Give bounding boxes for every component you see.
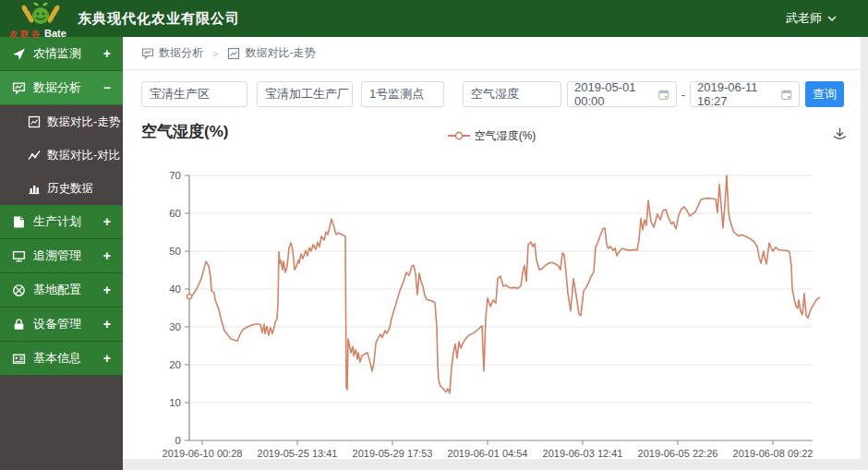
legend-line-marker — [448, 131, 470, 140]
sidebar-subitem-history-data[interactable]: 历史数据 — [0, 172, 123, 205]
sidebar-item-base-config[interactable]: 基地配置+ — [0, 273, 123, 307]
filter-bar: 宝清生产区宝清加工生产厂1号监测点空气湿度 2019-05-01 00:00 -… — [141, 81, 844, 107]
submenu-data-analysis: 数据对比-走势数据对比-对比历史数据 — [0, 105, 123, 205]
date-start-value: 2019-05-01 00:00 — [574, 80, 658, 108]
top-header-bar: 农联谷Bate 东典现代化农业有限公司 武老师 — [0, 0, 868, 37]
y-tick-label: 0 — [175, 435, 181, 446]
sidebar-item-data-analysis[interactable]: 数据分析− — [0, 71, 123, 105]
expand-toggle-icon: + — [103, 283, 111, 297]
expand-toggle-icon: + — [103, 46, 111, 61]
x-tick-label: 2019-06-03 12:41 — [543, 448, 623, 459]
sidebar-item-agri-monitor[interactable]: 农情监测+ — [0, 37, 123, 71]
history-bars-icon — [28, 182, 41, 195]
data-analysis-icon — [12, 81, 26, 95]
chevron-down-icon — [827, 16, 837, 21]
y-tick-label: 70 — [169, 170, 181, 181]
humidity-series-line — [189, 175, 820, 393]
select-value: 1号监测点 — [369, 86, 424, 102]
y-tick-label: 10 — [169, 397, 181, 408]
user-name: 武老师 — [786, 10, 822, 27]
company-title: 东典现代化农业有限公司 — [78, 0, 240, 37]
compare-chart-icon — [28, 149, 41, 162]
sidebar-item-label: 基本信息 — [33, 350, 103, 367]
sidebar-item-trace-manage[interactable]: 追溯管理+ — [0, 239, 123, 273]
chart-title: 空气湿度(%) — [141, 121, 228, 142]
sidebar-item-device-manage[interactable]: 设备管理+ — [0, 307, 123, 342]
expand-toggle-icon: + — [103, 317, 111, 331]
download-icon[interactable] — [832, 127, 848, 142]
sidebar-subitem-compare-trend[interactable]: 数据对比-走势 — [0, 105, 123, 139]
select-value: 宝清加工生产厂 — [265, 86, 349, 102]
calendar-icon — [658, 89, 669, 101]
trend-chart-icon — [227, 47, 240, 60]
info-card-icon — [12, 352, 26, 366]
x-tick-label: 2019-05-25 13:41 — [258, 448, 338, 459]
breadcrumb-label: 数据对比-走势 — [245, 45, 315, 61]
expand-toggle-icon: + — [103, 214, 111, 229]
breadcrumb-item-compare-trend[interactable]: 数据对比-走势 — [227, 45, 315, 61]
select-monitor-point[interactable]: 1号监测点 — [361, 81, 444, 107]
date-range-separator: - — [677, 88, 690, 102]
breadcrumb-item-data-analysis[interactable]: 数据分析 — [141, 45, 203, 61]
sidebar-item-label: 生产计划 — [33, 213, 103, 230]
select-metric[interactable]: 空气湿度 — [463, 81, 561, 107]
trend-chart-icon — [28, 115, 41, 128]
trace-monitor-icon — [12, 249, 26, 263]
sidebar-item-production-plan[interactable]: 生产计划+ — [0, 205, 123, 239]
select-production-area[interactable]: 宝清生产区 — [141, 81, 247, 107]
logo-text-cn: 农联谷 — [9, 30, 42, 39]
sidebar-item-label: 数据分析 — [33, 79, 103, 96]
sidebar-item-label: 基地配置 — [33, 282, 103, 298]
sidebar-subitem-label: 数据对比-走势 — [47, 114, 120, 130]
select-value: 宝清生产区 — [150, 86, 210, 102]
expand-toggle-icon: + — [103, 248, 111, 263]
x-tick-label: 2019-05-29 17:53 — [353, 448, 433, 459]
humidity-line-chart: 0102030405060702019-06-10 00:282019-05-2… — [123, 148, 861, 459]
y-tick-label: 20 — [169, 359, 181, 370]
breadcrumb-label: 数据分析 — [159, 45, 203, 61]
select-value: 空气湿度 — [471, 86, 519, 102]
production-plan-icon — [12, 215, 26, 229]
base-config-icon — [12, 283, 26, 297]
sidebar-item-basic-info[interactable]: 基本信息+ — [0, 342, 123, 376]
logo-wheat-face-icon — [20, 2, 61, 26]
logo-text-en: Bate — [44, 28, 66, 39]
data-analysis-icon — [141, 47, 154, 60]
sidebar-nav: 农情监测+数据分析−数据对比-走势数据对比-对比历史数据生产计划+追溯管理+基地… — [0, 37, 123, 470]
x-tick-label: 2019-06-01 04:54 — [448, 448, 528, 459]
x-tick-label: 2019-06-08 09:22 — [733, 448, 814, 459]
device-icon — [12, 318, 26, 331]
y-tick-label: 30 — [169, 321, 181, 332]
y-tick-label: 50 — [169, 246, 181, 257]
query-button[interactable]: 查询 — [805, 81, 844, 107]
sidebar-item-label: 农情监测 — [33, 45, 103, 62]
sidebar-item-label: 追溯管理 — [33, 247, 103, 264]
expand-toggle-icon: − — [103, 80, 111, 95]
user-menu[interactable]: 武老师 — [786, 0, 837, 37]
date-end-value: 2019-06-11 16:27 — [697, 80, 781, 108]
date-end-input[interactable]: 2019-06-11 16:27 — [690, 81, 800, 107]
navigation-icon — [12, 47, 26, 61]
sidebar-subitem-label: 数据对比-对比 — [47, 148, 120, 163]
legend-label: 空气湿度(%) — [475, 128, 536, 144]
breadcrumb-separator: > — [212, 48, 218, 59]
breadcrumb: 数据分析 > 数据对比-走势 — [123, 37, 861, 70]
x-tick-label: 2019-06-05 22:26 — [638, 448, 718, 459]
sidebar-subitem-label: 历史数据 — [47, 181, 93, 197]
expand-toggle-icon: + — [103, 351, 111, 366]
x-tick-label: 2019-06-10 00:28 — [163, 448, 243, 459]
legend-item-humidity[interactable]: 空气湿度(%) — [448, 128, 536, 144]
sidebar-item-label: 设备管理 — [33, 316, 103, 332]
select-factory[interactable]: 宝清加工生产厂 — [257, 81, 353, 107]
date-start-input[interactable]: 2019-05-01 00:00 — [567, 81, 677, 107]
y-tick-label: 40 — [169, 283, 181, 295]
calendar-icon — [781, 89, 792, 101]
y-tick-label: 60 — [169, 208, 181, 219]
sidebar-subitem-compare-contrast[interactable]: 数据对比-对比 — [0, 139, 123, 172]
series-start-marker — [187, 295, 191, 299]
